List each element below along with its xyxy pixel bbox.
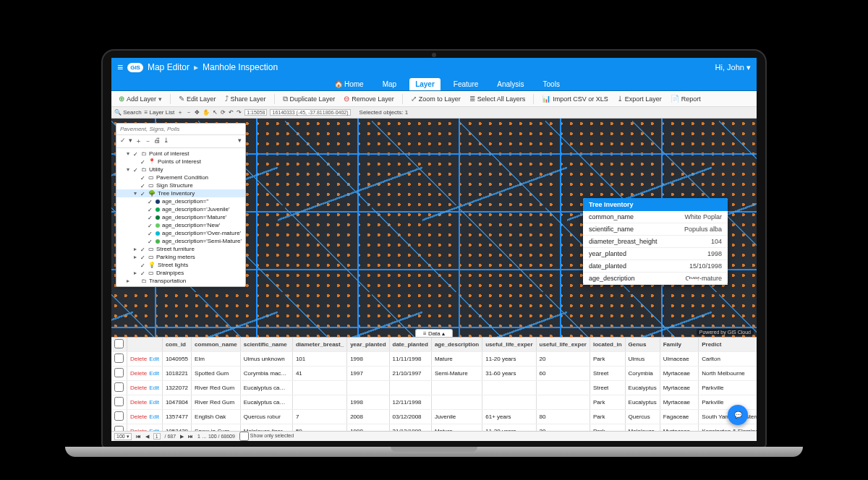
visibility-checkbox[interactable]: ✓ [133,167,139,173]
add-folder-icon[interactable]: ＋ [135,137,142,146]
row-checkbox[interactable] [111,381,127,395]
layer-list-button[interactable]: ≡ Layer List [145,109,175,116]
visibility-checkbox[interactable]: ✓ [140,183,146,189]
select-all-layers-button[interactable]: ≣Select All Layers [467,93,529,104]
visibility-checkbox[interactable]: ✓ [140,262,146,268]
layer-node[interactable]: ✓age_description='Over-mature' [116,229,245,237]
page-size-select[interactable]: 100 ▾ [114,433,132,440]
layer-node[interactable]: ▸✓▭Parking meters [116,253,245,261]
delete-row-button[interactable]: Delete [130,413,147,420]
remove-layer-button[interactable]: ⊖Remove Layer [341,93,397,104]
delete-row-button[interactable]: Delete [130,370,147,377]
chat-widget-button[interactable]: 💬 [728,405,748,425]
add-layer-button[interactable]: ⊕Add Layer ▾ [116,93,165,104]
column-header[interactable]: diameter_breast_ [292,338,346,352]
edit-row-button[interactable]: Edit [149,385,159,391]
app-title[interactable]: Map Editor [148,62,190,72]
layer-node[interactable]: ✓age_description='New' [116,221,245,229]
visibility-checkbox[interactable]: ✓ [148,215,153,220]
column-header[interactable]: scientific_name [240,338,292,352]
expand-toggle-icon[interactable]: ▾ [132,190,138,197]
delete-row-button[interactable]: Delete [130,385,147,391]
show-only-selected[interactable]: Show only selected [239,432,294,441]
edit-row-button[interactable]: Edit [149,413,159,420]
visibility-checkbox[interactable]: ✓ [140,175,146,181]
layer-folder[interactable]: ▾✓🗀Point of interest [116,150,245,158]
duplicate-layer-button[interactable]: ⧉Duplicate Layer [280,93,339,105]
import-csv-button[interactable]: 📊Import CSV or XLS [539,93,611,104]
table-row[interactable]: DeleteEdit1322072River Red GumEucalyptus… [111,381,757,395]
pointer-button[interactable]: ↖ [213,109,218,116]
visibility-checkbox[interactable] [133,278,139,284]
expand-toggle-icon[interactable]: ▾ [125,150,131,157]
fullextent-button[interactable]: ✥ [195,109,200,116]
export-icon[interactable]: ⤓ [163,137,169,146]
row-checkbox[interactable] [111,410,127,424]
layer-node[interactable]: ✓age_description='Mature' [116,213,245,221]
prev-page-button[interactable]: ◀ [145,434,149,440]
layer-folder[interactable]: ▾✓🗀Utility [116,166,245,173]
tab-layer[interactable]: Layer [409,78,441,90]
layer-filter-input[interactable] [120,126,242,132]
project-name[interactable]: Manhole Inspection [203,62,278,72]
brand-logo[interactable]: GIS [127,63,143,72]
remove-folder-icon[interactable]: － [145,137,151,146]
page-number-input[interactable]: 1 [153,433,161,440]
edit-layer-button[interactable]: ✎Edit Layer [176,93,219,104]
tab-tools[interactable]: Tools [537,78,566,90]
zoom-out-button[interactable]: － [186,108,192,116]
delete-row-button[interactable]: Delete [130,428,147,431]
edit-row-button[interactable]: Edit [149,399,159,406]
search-button[interactable]: 🔍 Search [114,109,142,116]
layer-folder[interactable]: ▸🗀Transportation [116,277,245,285]
check-all-icon[interactable]: ✓ [120,137,126,146]
edit-row-button[interactable]: Edit [149,370,159,377]
table-row[interactable]: DeleteEdit1047804River Red GumEucalyptus… [111,395,757,410]
visibility-checkbox[interactable]: ✓ [133,151,139,157]
column-header[interactable]: Family [660,338,698,352]
row-checkbox[interactable] [111,352,127,367]
expand-toggle-icon[interactable]: ▸ [132,246,138,252]
last-page-button[interactable]: ⏭ [188,434,193,439]
select-all-checkbox[interactable] [111,338,127,352]
column-header[interactable]: year_planted [347,338,389,352]
pan-button[interactable]: ✋ [203,109,210,116]
layer-node[interactable]: ✓age_description='Semi-Mature' [116,237,245,245]
expand-toggle-icon[interactable]: ▸ [125,278,131,284]
table-row[interactable]: DeleteEdit1052439Snow-in-Sum…Melaleuca l… [111,424,757,432]
zoom-in-button[interactable]: ＋ [177,108,183,116]
expand-toggle-icon[interactable]: ▸ [132,270,138,276]
column-header[interactable]: located_in [590,338,625,352]
visibility-checkbox[interactable]: ✓ [148,207,153,213]
column-header[interactable]: com_id [162,338,191,352]
layer-node[interactable]: ▾✓🌳Tree Inventory [116,189,245,197]
table-row[interactable]: DeleteEdit1040955ElmUlmus unknown1011998… [111,352,757,367]
first-page-button[interactable]: ⏮ [136,434,141,439]
visibility-checkbox[interactable]: ✓ [148,239,153,244]
column-header[interactable]: date_planted [389,338,431,352]
table-row[interactable]: DeleteEdit1357477English OakQuercus robu… [111,410,757,424]
row-checkbox[interactable] [111,367,127,381]
expand-toggle-icon[interactable]: ▸ [132,254,138,260]
edit-row-button[interactable]: Edit [149,356,159,362]
map-canvas[interactable]: ✓ ▾ ＋ － 🖨 ⤓ ▾ ▾✓🗀Point of interest✓📍Poin… [111,119,757,337]
scale-field[interactable]: 1:15058 [244,109,267,116]
visibility-checkbox[interactable]: ✓ [148,231,153,236]
data-tab[interactable]: ≡ Data ▴ [415,329,453,337]
delete-row-button[interactable]: Delete [130,356,147,362]
column-header[interactable]: Predict [699,338,757,352]
share-layer-button[interactable]: ⤴Share Layer [222,93,269,104]
export-layer-button[interactable]: ⤓Export Layer [614,93,665,104]
layer-node[interactable]: ✓▭Sign Structure [116,181,245,189]
print-icon[interactable]: 🖨 [154,137,161,146]
column-header[interactable]: common_name [192,338,241,352]
layer-node[interactable]: ✓age_description='' [116,197,245,205]
redo-button[interactable]: ↷ [237,109,242,116]
visibility-checkbox[interactable]: ✓ [140,270,146,276]
layer-node[interactable]: ✓💡Street lights [116,261,245,269]
visibility-checkbox[interactable]: ✓ [148,199,153,205]
collapse-icon[interactable]: ▾ [129,137,132,146]
table-row[interactable]: DeleteEdit1018221Spotted GumCorymbia mac… [111,367,757,381]
tab-home[interactable]: 🏠Home [328,78,370,90]
delete-row-button[interactable]: Delete [130,399,147,406]
